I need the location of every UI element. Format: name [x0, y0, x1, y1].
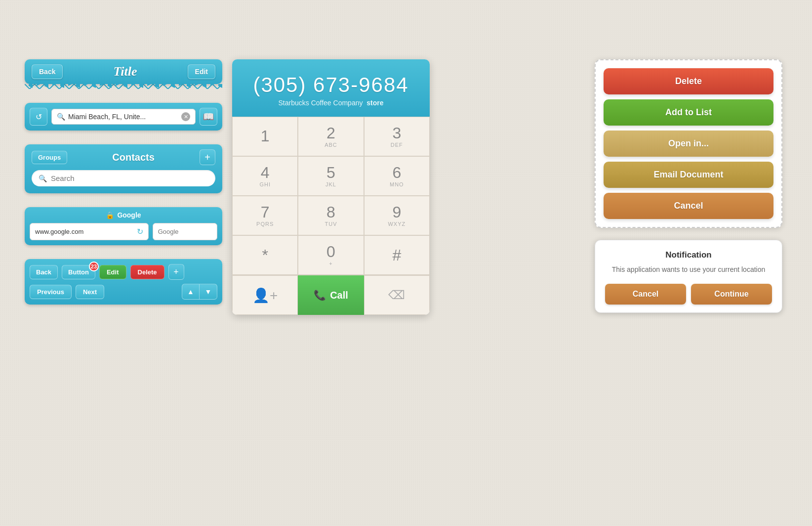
notification-dialog: Notification This application wants to u… [595, 240, 782, 313]
search-icon: 🔍 [39, 175, 47, 182]
backspace-icon: ⌫ [388, 288, 405, 302]
url-input[interactable] [35, 228, 134, 235]
dial-key-6[interactable]: 6MNO [364, 156, 430, 196]
dial-key-2[interactable]: 2ABC [298, 117, 364, 156]
dialer-bottom-row: 👤+ 📞 Call ⌫ [232, 275, 430, 315]
add-contact-button[interactable]: + [200, 149, 215, 165]
edit-button[interactable]: Edit [188, 64, 215, 79]
contacts-title: Contacts [112, 152, 155, 163]
dial-key-9[interactable]: 9WXYZ [364, 196, 430, 235]
toolbar-edit-button[interactable]: Edit [99, 265, 126, 279]
refresh-icon[interactable]: ↻ [137, 227, 143, 236]
location-input[interactable] [68, 113, 178, 121]
browser-inputs: ↻ [30, 223, 217, 240]
toolbar-button-with-badge[interactable]: Button 23 [62, 265, 95, 279]
dial-key-7[interactable]: 7PQRS [232, 196, 298, 235]
dialer-keypad: 1 2ABC 3DEF 4GHI 5JKL 6MNO 7PQRS 8TUV 9W… [232, 117, 430, 275]
back-button[interactable]: Back [32, 64, 63, 79]
dialer: (305) 673-9684 Starbucks Coffee Company … [232, 59, 430, 315]
notification-message: This application wants to use your curre… [605, 265, 772, 275]
notification-title: Notification [605, 250, 772, 260]
groups-button[interactable]: Groups [32, 151, 67, 164]
call-button[interactable]: 📞 Call [298, 275, 364, 315]
nav-bar-1: Back Title Edit [25, 59, 222, 89]
toolbar-delete-button[interactable]: Delete [130, 265, 164, 279]
dial-key-5[interactable]: 5JKL [298, 156, 364, 196]
dial-key-hash[interactable]: # [364, 235, 430, 275]
toolbar-down-button[interactable]: ▼ [200, 284, 217, 300]
bookmark-button[interactable]: 📖 [200, 108, 217, 126]
contacts-search-input[interactable] [51, 174, 208, 182]
contacts-header: Groups Contacts + [32, 149, 215, 165]
add-contact-button[interactable]: 👤+ [232, 275, 298, 315]
toolbar-back-button[interactable]: Back [30, 265, 58, 279]
browser-search-input[interactable] [158, 228, 212, 235]
left-column: Back Title Edit ↺ 🔍 ✕ 📖 Groups Contacts … [25, 59, 222, 305]
toolbar-row-2: Previous Next ▲ ▼ [30, 284, 217, 300]
dialer-phone-number: (305) 673-9684 [242, 73, 420, 97]
notification-continue-button[interactable]: Continue [691, 284, 772, 305]
open-in-action-button[interactable]: Open in... [604, 131, 773, 157]
dial-key-3[interactable]: 3DEF [364, 117, 430, 156]
search-icon: 🔍 [57, 113, 65, 121]
contacts-bar: Groups Contacts + 🔍 [25, 144, 222, 193]
badge-count: 23 [89, 262, 99, 271]
dial-key-4[interactable]: 4GHI [232, 156, 298, 196]
dialer-company-type: store [366, 99, 383, 107]
dial-key-0[interactable]: 0+ [298, 235, 364, 275]
email-document-action-button[interactable]: Email Document [604, 162, 773, 188]
notification-cancel-button[interactable]: Cancel [605, 284, 686, 305]
location-search-field: 🔍 ✕ [51, 109, 196, 125]
dial-key-star[interactable]: * [232, 235, 298, 275]
add-to-list-action-button[interactable]: Add to List [604, 99, 773, 126]
add-contact-icon: 👤+ [252, 287, 278, 304]
cancel-action-button[interactable]: Cancel [604, 193, 773, 219]
toolbar-row-1: Back Button 23 Edit Delete + [30, 264, 217, 280]
action-sheet: Delete Add to List Open in... Email Docu… [595, 59, 782, 228]
call-label: Call [330, 290, 348, 301]
call-icon: 📞 [314, 289, 326, 301]
backspace-button[interactable]: ⌫ [364, 275, 430, 315]
clear-button[interactable]: ✕ [181, 112, 190, 121]
browser-site-name: Google [117, 211, 141, 219]
browser-search-field [153, 223, 217, 240]
nav-title: Title [113, 64, 137, 79]
browser-bar: 🔒 Google ↻ [25, 207, 222, 245]
dialer-company-info: Starbucks Coffee Company store [242, 99, 420, 107]
toolbar-bar: Back Button 23 Edit Delete + Previous Ne… [25, 259, 222, 305]
notification-buttons: Cancel Continue [605, 284, 772, 305]
toolbar-up-down-group: ▲ ▼ [182, 284, 217, 300]
toolbar-up-button[interactable]: ▲ [182, 284, 200, 300]
browser-url-field: ↻ [30, 223, 149, 240]
toolbar-previous-button[interactable]: Previous [30, 285, 72, 299]
delete-action-button[interactable]: Delete [604, 68, 773, 94]
button-label: Button [68, 268, 89, 276]
dialer-header: (305) 673-9684 Starbucks Coffee Company … [232, 59, 430, 117]
browser-title-row: 🔒 Google [30, 211, 217, 219]
dial-key-8[interactable]: 8TUV [298, 196, 364, 235]
toolbar-next-button[interactable]: Next [76, 285, 104, 299]
toolbar-plus-button[interactable]: + [168, 264, 184, 280]
lock-icon: 🔒 [106, 211, 114, 219]
location-bar: ↺ 🔍 ✕ 📖 [25, 103, 222, 131]
contacts-search-bar: 🔍 [32, 170, 215, 186]
dialer-company-name: Starbucks Coffee Company [279, 99, 363, 107]
refresh-button[interactable]: ↺ [30, 108, 47, 126]
dial-key-1[interactable]: 1 [232, 117, 298, 156]
right-column: Delete Add to List Open in... Email Docu… [595, 59, 782, 313]
